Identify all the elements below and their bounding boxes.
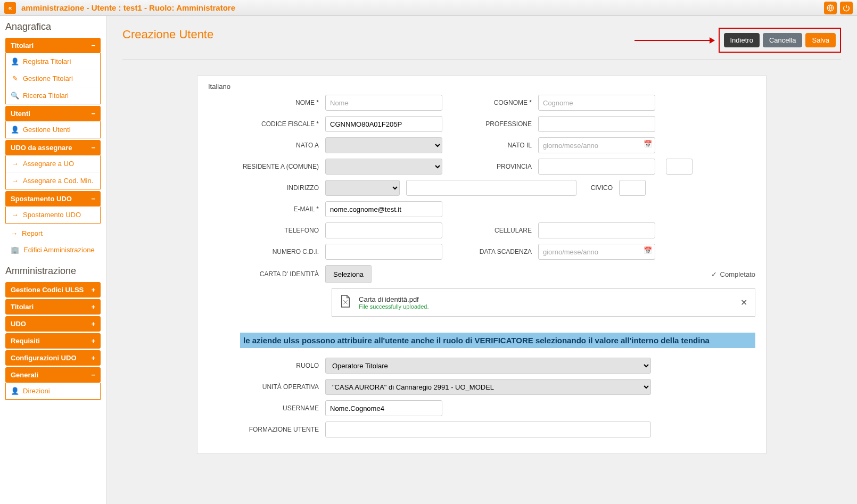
cellulare-field[interactable] <box>538 222 655 238</box>
nav-group-requisiti[interactable]: Requisiti+ <box>5 333 101 349</box>
provincia-field[interactable] <box>538 159 655 175</box>
remove-file-icon[interactable]: ✕ <box>740 298 747 308</box>
arrow-right-icon: → <box>11 229 18 237</box>
sidebar-heading-amministrazione: Amministrazione <box>5 266 101 277</box>
label-username: USERNAME <box>208 404 325 412</box>
file-status: File successfully uploaded. <box>359 303 428 310</box>
form-panel: Italiano NOME * COGNOME * CODICE FISCALE… <box>197 76 767 454</box>
nav-group-config-udo[interactable]: Configurazioni UDO+ <box>5 350 101 366</box>
indirizzo-type-select[interactable] <box>325 180 400 196</box>
label-natoil: NATO IL <box>442 142 538 149</box>
arrow-right-icon: → <box>11 211 19 219</box>
sidebar-heading-anagrafica: Anagrafica <box>5 21 101 32</box>
nav-assegnare-codmin[interactable]: →Assegnare a Cod. Min. <box>6 172 100 189</box>
power-icon[interactable] <box>840 2 853 14</box>
nav-group-generali[interactable]: Generali− <box>5 367 101 383</box>
save-button[interactable]: Salva <box>805 33 836 47</box>
natoa-select[interactable] <box>325 137 442 153</box>
breadcrumb: amministrazione - Utente : test1 - Ruolo… <box>21 3 235 12</box>
nav-ricerca-titolari[interactable]: 🔍Ricerca Titolari <box>6 87 100 104</box>
nav-group-titolari[interactable]: Titolari− <box>5 38 101 53</box>
residente-select[interactable] <box>325 159 442 175</box>
cancel-button[interactable]: Cancella <box>763 33 803 47</box>
nav-direzioni[interactable]: 👤Direzioni <box>6 383 100 399</box>
topbar: « amministrazione - Utente : test1 - Ruo… <box>0 0 857 16</box>
telefono-field[interactable] <box>325 222 442 238</box>
nav-gestione-utenti[interactable]: 👤Gestione Utenti <box>6 121 100 138</box>
seleziona-button[interactable]: Seleziona <box>325 265 372 283</box>
label-cdi: NUMERO C.D.I. <box>208 248 325 255</box>
sidebar: Anagrafica Titolari− 👤Registra Titolari … <box>0 16 106 504</box>
page-title: Creazione Utente <box>122 28 213 42</box>
label-scadenza: DATA SCADENZA <box>442 248 538 255</box>
pdf-icon <box>340 294 351 311</box>
label-cognome: COGNOME * <box>442 99 538 106</box>
label-nome: NOME * <box>208 99 325 106</box>
nav-report[interactable]: →Report <box>5 225 101 242</box>
action-bar: Indietro Cancella Salva <box>719 28 842 53</box>
label-telefono: TELEFONO <box>208 227 325 234</box>
cf-field[interactable] <box>325 116 442 132</box>
annotation-arrow <box>634 40 714 41</box>
scadenza-field[interactable] <box>538 244 655 260</box>
civico-field[interactable] <box>619 180 646 196</box>
formazione-field[interactable] <box>325 422 651 437</box>
label-email: E-MAIL * <box>208 205 325 213</box>
professione-field[interactable] <box>538 116 655 132</box>
arrow-right-icon: → <box>11 177 19 185</box>
nav-edifici[interactable]: 🏢Edifici Amministrazione <box>5 242 101 258</box>
nav-assegnare-uo[interactable]: →Assegnare a UO <box>6 155 100 172</box>
label-ruolo: RUOLO <box>208 362 325 369</box>
email-field[interactable] <box>325 201 442 217</box>
info-banner: le aziende ulss possono attribuire all'u… <box>240 333 755 348</box>
label-residente: RESIDENTE A (COMUNE) <box>208 163 325 170</box>
uo-select[interactable]: "CASA AURORA" di Cannaregio 2991 - UO_MO… <box>325 379 651 395</box>
nav-group-udo-admin[interactable]: UDO+ <box>5 316 101 332</box>
label-formazione: FORMAZIONE UTENTE <box>208 426 325 433</box>
nome-field[interactable] <box>325 95 442 111</box>
label-cf: CODICE FISCALE * <box>208 120 325 128</box>
label-uo: UNITÀ OPERATIVA <box>208 383 325 391</box>
back-button[interactable]: Indietro <box>724 33 760 47</box>
provincia-short-field[interactable] <box>666 159 693 175</box>
completed-status: ✓Completato <box>711 270 755 278</box>
search-icon: 🔍 <box>11 92 19 100</box>
label-professione: PROFESSIONE <box>442 120 538 128</box>
natoil-field[interactable] <box>538 137 655 153</box>
building-icon: 🏢 <box>11 246 19 254</box>
nav-group-spostamento[interactable]: Spostamento UDO− <box>5 191 101 206</box>
nav-spostamento-udo[interactable]: →Spostamento UDO <box>6 206 100 223</box>
nav-gestione-titolari[interactable]: ✎Gestione Titolari <box>6 70 100 87</box>
label-cellulare: CELLULARE <box>442 227 538 234</box>
user-icon: 👤 <box>11 126 19 134</box>
uploaded-file: Carta di identità.pdf File successfully … <box>332 288 755 317</box>
username-field[interactable] <box>325 400 442 416</box>
language-label: Italiano <box>208 82 755 90</box>
sidebar-toggle-icon[interactable]: « <box>4 2 16 14</box>
user-plus-icon: 👤 <box>11 57 19 65</box>
file-name: Carta di identità.pdf <box>359 295 428 303</box>
cognome-field[interactable] <box>538 95 655 111</box>
check-icon: ✓ <box>711 270 717 278</box>
nav-registra-titolari[interactable]: 👤Registra Titolari <box>6 53 100 70</box>
nav-group-codici-ulss[interactable]: Gestione Codici ULSS+ <box>5 282 101 298</box>
arrow-right-icon: → <box>11 160 19 168</box>
label-indirizzo: INDIRIZZO <box>208 184 325 192</box>
label-civico: CIVICO <box>576 184 619 192</box>
edit-icon: ✎ <box>11 75 19 82</box>
nav-group-utenti[interactable]: Utenti− <box>5 106 101 121</box>
label-natoa: NATO A <box>208 142 325 149</box>
label-carta: CARTA D' IDENTITÀ <box>208 270 325 278</box>
indirizzo-field[interactable] <box>406 180 576 196</box>
user-icon: 👤 <box>11 387 19 395</box>
ruolo-select[interactable]: Operatore Titolare <box>325 358 651 374</box>
cdi-field[interactable] <box>325 244 442 260</box>
nav-group-udo-assegnare[interactable]: UDO da assegnare− <box>5 140 101 155</box>
nav-group-titolari-admin[interactable]: Titolari+ <box>5 299 101 315</box>
globe-icon[interactable] <box>824 2 837 14</box>
label-provincia: PROVINCIA <box>442 163 538 170</box>
main-content: Creazione Utente Indietro Cancella Salva… <box>106 16 857 504</box>
